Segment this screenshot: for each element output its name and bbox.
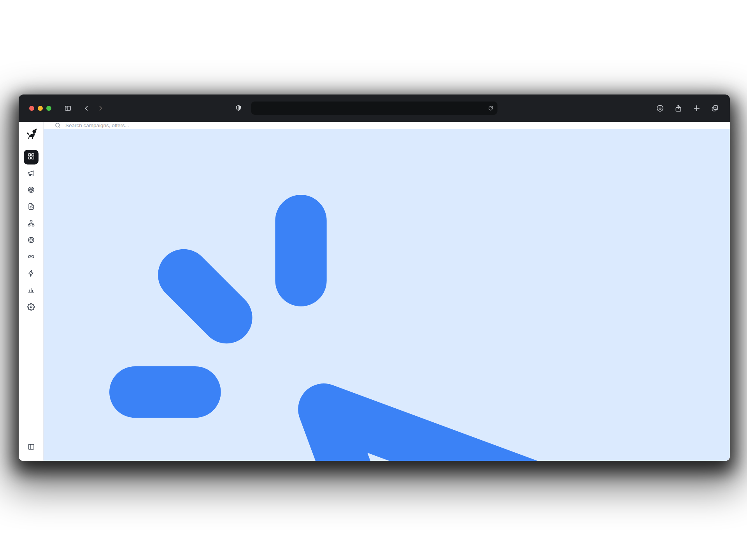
sitemap-icon [27, 219, 35, 229]
sidebar-item-funnels[interactable] [24, 217, 39, 231]
new-tab-icon[interactable] [693, 104, 701, 112]
topbar-actions [711, 122, 719, 129]
traffic-lights [19, 106, 51, 111]
search-input[interactable] [65, 122, 711, 128]
file-code-icon [27, 203, 35, 212]
app-content: CLIQUES4.0KÚNICOS2.8KCR4.28%CUSTOR$ 6.19… [44, 122, 730, 461]
forward-icon[interactable] [97, 105, 104, 112]
minimize-window-button[interactable] [38, 106, 43, 111]
search-icon [54, 122, 61, 129]
sidebar-item-domains[interactable] [24, 233, 39, 248]
app-logo-dog-icon [25, 128, 37, 140]
kpi-row: CLIQUES4.0KÚNICOS2.8KCR4.28%CUSTOR$ 6.19… [44, 129, 730, 461]
browser-window: CLIQUES4.0KÚNICOS2.8KCR4.28%CUSTOR$ 6.19… [19, 94, 730, 461]
downloads-icon[interactable] [656, 104, 664, 112]
dashboard-main: CLIQUES4.0KÚNICOS2.8KCR4.28%CUSTOR$ 6.19… [44, 129, 730, 461]
sidebar-item-links[interactable] [24, 250, 39, 265]
gear-icon [27, 303, 35, 312]
kpi-card-cliques: CLIQUES4.0K [44, 129, 730, 461]
megaphone-icon [27, 169, 35, 178]
bar-chart-icon [27, 286, 35, 296]
back-icon[interactable] [83, 105, 90, 112]
sidebar-item-settings[interactable] [24, 300, 39, 315]
collapse-sidebar-icon[interactable] [27, 443, 35, 452]
privacy-shield-icon[interactable] [235, 105, 242, 112]
link-icon [27, 253, 35, 262]
sidebar-item-dashboard[interactable] [24, 150, 39, 164]
app-frame: CLIQUES4.0KÚNICOS2.8KCR4.28%CUSTOR$ 6.19… [19, 122, 730, 461]
app-sidebar [19, 122, 44, 461]
zap-icon [27, 270, 35, 279]
sidebar-item-scripts[interactable] [24, 200, 39, 215]
sidebar-item-targets[interactable] [24, 183, 39, 198]
browser-toolbar [19, 94, 730, 122]
share-icon[interactable] [674, 104, 682, 112]
layout-grid-icon [27, 152, 35, 162]
zoom-window-button[interactable] [46, 106, 51, 111]
sidebar-item-reports[interactable] [24, 284, 39, 298]
sidebar-item-campaigns[interactable] [24, 166, 39, 181]
sidebar-nav [24, 150, 39, 315]
browser-sidebar-toggle-icon[interactable] [64, 105, 72, 112]
close-window-button[interactable] [29, 106, 34, 111]
toolbar-actions [656, 94, 719, 122]
target-icon [27, 186, 35, 195]
desktop-background: CLIQUES4.0KÚNICOS2.8KCR4.28%CUSTOR$ 6.19… [0, 0, 747, 560]
tab-overview-icon[interactable] [711, 104, 719, 112]
app-topbar [44, 122, 730, 129]
address-bar[interactable] [251, 102, 498, 115]
globe-icon [27, 236, 35, 245]
reload-icon[interactable] [488, 105, 494, 111]
cursor-click-icon [44, 129, 730, 461]
sidebar-item-integrations[interactable] [24, 267, 39, 282]
